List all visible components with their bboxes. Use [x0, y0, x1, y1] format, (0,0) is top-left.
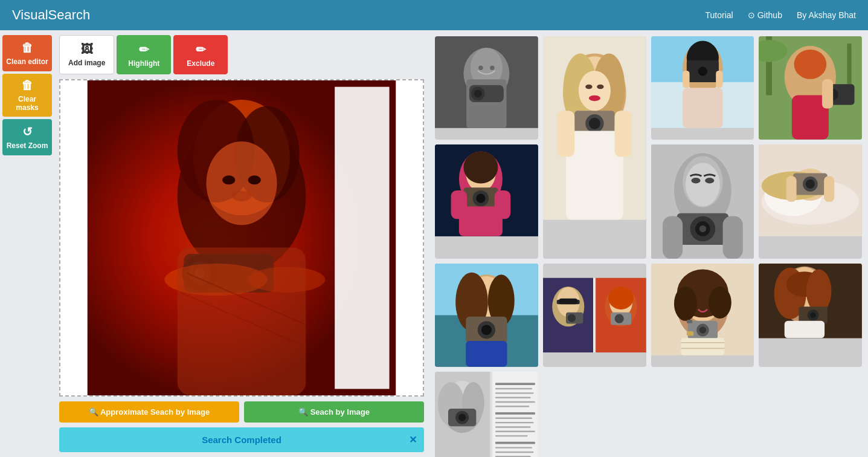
svg-rect-153	[785, 321, 825, 338]
result-item[interactable]	[759, 144, 862, 259]
svg-point-54	[698, 66, 707, 76]
svg-point-101	[806, 180, 815, 189]
result-item[interactable]	[543, 36, 646, 259]
result-image-11	[759, 264, 862, 338]
svg-point-38	[597, 85, 603, 89]
svg-rect-20	[335, 87, 389, 389]
reset-zoom-button[interactable]: ↺ Reset Zoom	[2, 119, 52, 155]
canvas-container[interactable]	[59, 79, 424, 397]
svg-point-128	[614, 314, 623, 323]
svg-point-85	[691, 178, 700, 183]
github-icon: ⊙	[748, 10, 755, 20]
approximate-search-button[interactable]: 🔍 Approximate Seach by Image	[59, 401, 239, 423]
reset-zoom-label: Reset Zoom	[7, 141, 48, 150]
toolbar: 🖼 Add image ✏ Highlight ✏ Exclude	[59, 35, 424, 74]
svg-point-123	[568, 314, 576, 322]
search-button[interactable]: 🔍 Seach by Image	[244, 401, 424, 423]
svg-point-113	[481, 325, 492, 335]
svg-point-152	[811, 313, 816, 318]
result-item[interactable]	[759, 264, 862, 367]
nav-github[interactable]: ⊙Github	[748, 10, 782, 20]
svg-rect-44	[557, 111, 574, 157]
svg-rect-166	[495, 392, 533, 394]
svg-rect-176	[495, 442, 535, 444]
clean-editor-button[interactable]: 🗑 Clean editor	[2, 35, 52, 71]
svg-point-39	[589, 96, 600, 101]
svg-rect-78	[451, 190, 468, 219]
svg-rect-91	[662, 216, 682, 259]
svg-point-134	[708, 287, 731, 319]
sidebar: 🗑 Clean editor 🗑 Clear masks ↺ Reset Zoo…	[0, 30, 54, 457]
svg-point-133	[674, 287, 696, 321]
editor-area: 🖼 Add image ✏ Highlight ✏ Exclude	[54, 30, 429, 457]
result-image-9	[543, 264, 646, 367]
clear-masks-button[interactable]: 🗑 Clear masks	[2, 74, 52, 117]
add-image-button[interactable]: 🖼 Add image	[59, 35, 114, 74]
result-item[interactable]	[651, 144, 754, 259]
svg-rect-79	[495, 190, 511, 219]
svg-point-37	[585, 85, 592, 89]
svg-rect-114	[466, 342, 507, 368]
result-image-6	[651, 144, 754, 259]
clear-masks-label: Clear masks	[6, 95, 48, 112]
result-image-8	[435, 264, 538, 367]
svg-rect-178	[495, 452, 533, 453]
clean-editor-label: Clean editor	[6, 57, 48, 66]
svg-point-65	[794, 50, 827, 79]
svg-point-90	[699, 225, 706, 232]
exclude-button[interactable]: ✏ Exclude	[173, 35, 228, 74]
result-image-10	[651, 264, 754, 355]
svg-rect-164	[495, 383, 535, 386]
svg-rect-169	[495, 406, 529, 407]
svg-rect-55	[683, 88, 722, 128]
svg-point-29	[490, 65, 495, 70]
results-area	[429, 30, 868, 457]
svg-point-73	[463, 151, 498, 183]
svg-rect-171	[495, 418, 532, 419]
highlight-button[interactable]: ✏ Highlight	[117, 35, 171, 74]
result-image-1	[435, 36, 538, 128]
trash-icon: 🗑	[21, 41, 33, 55]
logo-bold: Visual	[12, 7, 48, 22]
svg-point-126	[608, 287, 634, 310]
logo: VisualSearch	[12, 7, 90, 23]
svg-rect-170	[495, 412, 535, 415]
action-buttons: 🔍 Approximate Seach by Image 🔍 Seach by …	[59, 401, 424, 423]
status-close-button[interactable]: ✕	[409, 434, 417, 446]
status-text: Search Completed	[202, 435, 281, 445]
svg-rect-175	[495, 435, 528, 436]
result-image-3	[651, 36, 754, 128]
svg-rect-121	[559, 299, 577, 304]
highlight-label: Highlight	[128, 59, 159, 68]
result-item-double[interactable]	[543, 264, 646, 367]
svg-rect-165	[495, 388, 532, 389]
svg-point-86	[705, 178, 714, 183]
nav-tutorial[interactable]: Tutorial	[706, 10, 733, 20]
reset-icon: ↺	[22, 125, 33, 139]
svg-rect-92	[722, 216, 742, 259]
result-item[interactable]	[651, 264, 754, 367]
exclude-label: Exclude	[187, 59, 214, 68]
svg-rect-172	[495, 422, 533, 423]
svg-rect-68	[822, 79, 833, 109]
result-item[interactable]	[435, 264, 538, 367]
result-item[interactable]	[759, 36, 862, 140]
svg-point-149	[806, 270, 832, 313]
svg-rect-56	[683, 71, 689, 88]
status-bar: Search Completed ✕	[59, 427, 424, 452]
result-item[interactable]	[435, 36, 538, 140]
result-item[interactable]	[651, 36, 754, 140]
nav-author[interactable]: By Akshay Bhat	[797, 10, 856, 20]
result-image-5	[435, 144, 538, 236]
svg-rect-102	[786, 176, 797, 202]
result-image-12	[435, 372, 538, 457]
svg-rect-62	[847, 44, 852, 88]
svg-point-162	[458, 414, 466, 421]
result-item[interactable]	[435, 144, 538, 259]
result-image-7	[759, 144, 862, 236]
add-image-label: Add image	[68, 59, 105, 67]
result-item[interactable]	[435, 372, 538, 457]
svg-rect-138	[686, 320, 692, 323]
image-icon: 🖼	[81, 42, 93, 56]
svg-point-27	[474, 89, 482, 97]
